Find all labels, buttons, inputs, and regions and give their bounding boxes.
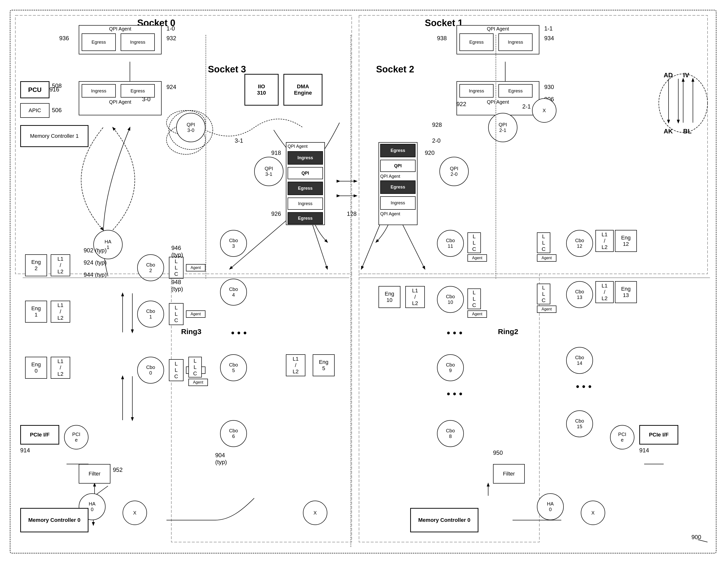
qpi-3-0-circle: QPI3-0: [176, 113, 205, 142]
pcie-if-left: PCIe I/F: [20, 425, 59, 445]
diagram-container: Socket 0 Socket 1 Socket 3 Socket 2 Ring…: [10, 10, 717, 554]
qpi-agent-mid-right-egress: Egress: [498, 84, 533, 97]
qpi-center-left-ingress: Ingress: [288, 151, 323, 165]
x-left-circle: X: [123, 501, 147, 525]
qpi-center-left-title: QPI Agent: [288, 144, 308, 149]
cbo5-circle: Cbo5: [220, 354, 247, 381]
x-right-circle: X: [581, 501, 605, 525]
cbo1-circle: Cbo1: [137, 301, 164, 328]
l1l2-eng2: L1/L2: [51, 254, 70, 276]
agent-cbo1: Agent: [186, 311, 205, 318]
ref-922: 922: [456, 101, 466, 107]
ref-924a: 924: [166, 84, 176, 90]
ref-938: 938: [437, 35, 447, 42]
l1l2-eng10: L1/L2: [405, 286, 425, 308]
agent-cbo5: Agent: [188, 379, 208, 386]
cbo11-circle: Cbo11: [437, 230, 464, 257]
qpi-center-qpi-label: QPI: [288, 167, 323, 179]
ref-914b: 914: [639, 447, 649, 454]
ring3-label: Ring3: [181, 328, 201, 336]
qpi-center-left-egress: Egress: [288, 182, 323, 195]
qpi-agent-mid-left-title: QPI Agent: [109, 99, 131, 105]
eng2-box: Eng2: [25, 254, 47, 276]
ha0-right-circle: HA0: [537, 493, 564, 520]
vertical-divider-center: [350, 35, 351, 547]
ref-902: 902 (typ): [84, 247, 107, 254]
eng12-box: Eng12: [615, 230, 637, 252]
ref-3-1: 3-1: [235, 137, 243, 144]
ref-924typ: 924 (typ): [84, 259, 107, 266]
horizontal-divider-left: [23, 277, 349, 278]
pcie-if-right: PCIe I/F: [639, 425, 678, 445]
ref-2-0: 2-0: [432, 137, 441, 144]
qpi-center-right-egress: Egress: [380, 144, 416, 157]
qpi-agent-top-right-title: QPI Agent: [487, 26, 509, 32]
llc-cbo13: LLC: [537, 284, 550, 304]
qpi-agent-mid-right: Ingress Egress QPI Agent: [456, 81, 539, 115]
ref-128: 128: [347, 210, 357, 217]
cbo15-circle: Cbo15: [566, 410, 593, 437]
cbo0-circle: Cbo0: [137, 357, 164, 384]
ref-928: 928: [432, 121, 442, 128]
eng5-box: Eng5: [313, 354, 335, 376]
ref-1-1: 1-1: [544, 25, 553, 32]
ref-904typ: 904(typ): [215, 452, 227, 466]
qpi-agent-top-right-egress: Egress: [459, 33, 494, 51]
l1l2-eng12: L1/L2: [595, 230, 614, 252]
ha1-circle: HA1: [93, 230, 123, 259]
qpi-agent-mid-left-egress: Egress: [121, 84, 155, 97]
x-topright-circle: X: [532, 98, 556, 123]
llc-cbo10: LLC: [467, 289, 481, 309]
ref-508: 508: [52, 82, 62, 89]
ref-936: 936: [59, 35, 69, 42]
agent-cbo2: Agent: [186, 264, 205, 271]
eng0-box: Eng0: [25, 357, 47, 379]
agent-cbo10: Agent: [467, 311, 487, 318]
socket2-label: Socket 2: [376, 64, 414, 75]
llc-cbo5: LLC: [188, 357, 202, 378]
vertical-divider-left: [205, 35, 206, 279]
qpi-agent-top-right-ingress: Ingress: [498, 33, 533, 51]
memory-controller-0-right: Memory Controller 0: [410, 508, 478, 532]
qpi-agent-top-left-ingress: Ingress: [121, 33, 155, 51]
ref-900: 900: [691, 534, 701, 541]
vertical-divider-right: [495, 35, 496, 279]
pci-e-left-circle: PCIe: [64, 425, 88, 449]
qpi-center-right-agent: Egress QPI QPI Agent Egress Ingress QPI …: [379, 142, 417, 225]
l1l2-eng1: L1/L2: [51, 301, 70, 323]
cbo9-circle: Cbo9: [437, 354, 464, 381]
qpi-agent-top-left-title: QPI Agent: [109, 26, 131, 32]
cbo2-circle: Cbo2: [137, 254, 164, 281]
ad-label: AD: [664, 71, 673, 79]
ref-930: 930: [544, 84, 554, 90]
filter-left: Filter: [79, 464, 110, 484]
qpi-2-1-circle: QPI2-1: [488, 113, 517, 142]
cbo8-circle: Cbo8: [437, 420, 464, 447]
svg-point-21: [659, 74, 708, 132]
iv-label: IV: [683, 71, 689, 79]
ref-1-0: 1-0: [166, 25, 175, 32]
qpi-agent-mid-right-ingress: Ingress: [459, 84, 494, 97]
ref-3-0: 3-0: [142, 96, 151, 103]
ref-946typ: 946(typ): [171, 244, 183, 258]
ref-948typ: 948(typ): [171, 279, 183, 293]
agent-cbo12: Agent: [537, 254, 556, 261]
dma-engine-box: DMAEngine: [283, 74, 322, 106]
ring2-label: Ring2: [498, 328, 518, 336]
ref-932: 932: [166, 35, 176, 42]
qpi-agent-top-right: QPI Agent Egress Ingress: [456, 25, 539, 54]
socket3-label: Socket 3: [208, 64, 246, 75]
llc-cbo2: LLC: [169, 257, 184, 279]
horizontal-divider-right: [359, 277, 710, 278]
dots-ring2a: • • •: [447, 328, 462, 339]
cbo4-circle: Cbo4: [220, 279, 247, 306]
ref-918: 918: [271, 149, 281, 156]
qpi-agent-mid-left-ingress: Ingress: [82, 84, 116, 97]
qpi-center-right-egress2: Egress: [380, 180, 416, 194]
l1l2-eng0: L1/L2: [51, 357, 70, 379]
ref-934: 934: [544, 35, 554, 42]
memory-controller-0-left: Memory Controller 0: [20, 508, 88, 532]
l1l2-eng5: L1/L2: [286, 354, 305, 376]
eng13-box: Eng13: [615, 281, 637, 303]
cbo13-circle: Cbo13: [566, 281, 593, 308]
